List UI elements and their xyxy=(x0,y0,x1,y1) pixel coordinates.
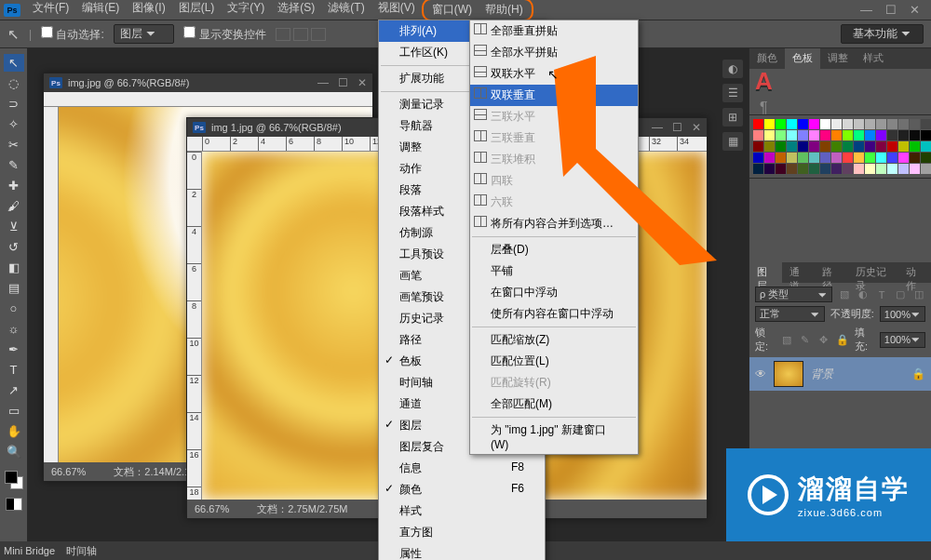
gradient-tool[interactable]: ▤ xyxy=(4,279,24,297)
swatch[interactable] xyxy=(820,130,830,140)
move-tool[interactable]: ↖ xyxy=(4,54,24,72)
swatch[interactable] xyxy=(876,130,886,140)
menu-编辑[interactable]: 编辑(E) xyxy=(75,0,126,21)
menu-图层[interactable]: 图层(L) xyxy=(172,0,222,21)
menu-窗口[interactable]: 窗口(W) xyxy=(425,0,479,20)
menu-视图[interactable]: 视图(V) xyxy=(371,0,422,21)
timeline-tab[interactable]: 时间轴 xyxy=(66,544,97,558)
hand-tool[interactable]: ✋ xyxy=(4,422,24,440)
swatch[interactable] xyxy=(887,153,897,163)
swatch[interactable] xyxy=(753,164,763,174)
collapsed-panel-3[interactable]: ⊞ xyxy=(722,108,743,127)
tab-调整[interactable]: 调整 xyxy=(820,48,856,69)
swatch[interactable] xyxy=(798,141,808,152)
swatch[interactable] xyxy=(843,164,853,174)
swatch[interactable] xyxy=(776,141,786,152)
swatch[interactable] xyxy=(809,119,819,129)
layer-filter-dropdown[interactable]: ρ 类型⏷ xyxy=(755,287,832,302)
tab-样式[interactable]: 样式 xyxy=(856,48,891,69)
path-select-tool[interactable]: ↗ xyxy=(4,381,24,399)
swatch[interactable] xyxy=(876,164,886,174)
auto-select-checkbox[interactable]: 自动选择: xyxy=(41,26,104,43)
swatch[interactable] xyxy=(809,130,819,140)
blend-mode-dropdown[interactable]: 正常⏷ xyxy=(755,306,825,322)
menu-item--[interactable]: 平铺 xyxy=(470,260,638,282)
swatch[interactable] xyxy=(876,141,886,152)
filter-adjust-icon[interactable]: ◐ xyxy=(857,288,870,301)
swatch[interactable] xyxy=(820,119,830,129)
close-button[interactable]: ✕ xyxy=(910,3,920,17)
fill-input[interactable]: 100%⏷ xyxy=(880,332,925,348)
swatch[interactable] xyxy=(876,119,886,129)
swatch[interactable] xyxy=(787,119,797,129)
swatch[interactable] xyxy=(831,164,842,174)
swatch[interactable] xyxy=(865,141,875,152)
swatch[interactable] xyxy=(876,153,886,163)
swatch[interactable] xyxy=(776,153,786,163)
menu-item--d-[interactable]: 层叠(D) xyxy=(470,239,638,260)
menu-item--[interactable]: ✓颜色F6 xyxy=(379,479,545,500)
swatch[interactable] xyxy=(921,119,931,129)
swatch[interactable] xyxy=(776,164,786,174)
swatch[interactable] xyxy=(798,119,808,129)
swatch[interactable] xyxy=(910,153,920,163)
swatch[interactable] xyxy=(898,153,909,163)
swatch[interactable] xyxy=(910,164,920,174)
eyedropper-tool[interactable]: ✎ xyxy=(4,156,24,174)
swatch[interactable] xyxy=(831,141,842,152)
zoom-tool[interactable]: 🔍 xyxy=(4,443,24,460)
lock-pixels-icon[interactable]: ✎ xyxy=(799,333,812,346)
menu-item--[interactable]: 属性 xyxy=(379,543,545,560)
doc1-max[interactable]: ☐ xyxy=(338,76,348,89)
eraser-tool[interactable]: ◧ xyxy=(4,259,24,276)
swatch[interactable] xyxy=(865,153,875,163)
doc2-max[interactable]: ☐ xyxy=(672,121,682,134)
swatch[interactable] xyxy=(764,130,775,140)
filter-shape-icon[interactable]: ▢ xyxy=(894,288,907,301)
type-tool[interactable]: T xyxy=(4,361,24,379)
swatch[interactable] xyxy=(753,153,763,163)
menu-item--m-[interactable]: 全部匹配(M) xyxy=(470,393,638,415)
menu-item--[interactable]: 双联垂直 xyxy=(470,85,638,106)
swatch[interactable] xyxy=(820,164,830,174)
show-transform-checkbox[interactable]: 显示变换控件 xyxy=(183,26,265,43)
doc2-min[interactable]: — xyxy=(652,121,663,134)
swatch[interactable] xyxy=(921,153,931,163)
swatch[interactable] xyxy=(865,164,875,174)
swatch[interactable] xyxy=(753,119,763,129)
dodge-tool[interactable]: ☼ xyxy=(4,320,24,338)
swatch[interactable] xyxy=(843,119,853,129)
swatch[interactable] xyxy=(798,130,808,140)
swatch[interactable] xyxy=(753,141,763,152)
swatch[interactable] xyxy=(887,119,897,129)
swatch[interactable] xyxy=(809,153,819,163)
swatch[interactable] xyxy=(787,164,797,174)
menu-文字[interactable]: 文字(Y) xyxy=(221,0,271,21)
lock-position-icon[interactable]: ✥ xyxy=(817,333,830,346)
menu-item--[interactable]: 使所有内容在窗口中浮动 xyxy=(470,303,638,325)
swatches-panel[interactable] xyxy=(749,115,931,179)
swatch[interactable] xyxy=(898,130,909,140)
swatch[interactable] xyxy=(809,141,819,152)
swatch[interactable] xyxy=(854,119,864,129)
swatch[interactable] xyxy=(753,130,763,140)
doc1-min[interactable]: — xyxy=(317,76,329,89)
tab-动作[interactable]: 动作 xyxy=(898,262,931,283)
stamp-tool[interactable]: ⊻ xyxy=(4,218,24,235)
swatch[interactable] xyxy=(898,141,909,152)
menu-帮助[interactable]: 帮助(H) xyxy=(479,0,530,20)
lock-transparent-icon[interactable]: ▧ xyxy=(780,333,793,346)
align-buttons[interactable] xyxy=(276,28,326,41)
tab-路径[interactable]: 路径 xyxy=(815,262,847,283)
swatch[interactable] xyxy=(898,119,909,129)
swatch[interactable] xyxy=(854,130,864,140)
swatch[interactable] xyxy=(910,119,920,129)
swatch[interactable] xyxy=(887,141,897,152)
swatch[interactable] xyxy=(854,141,864,152)
swatch[interactable] xyxy=(787,141,797,152)
swatch[interactable] xyxy=(910,141,920,152)
doc1-close[interactable]: ✕ xyxy=(358,76,367,89)
swatch[interactable] xyxy=(887,130,897,140)
swatch[interactable] xyxy=(764,141,775,152)
filter-smart-icon[interactable]: ◫ xyxy=(912,288,925,301)
